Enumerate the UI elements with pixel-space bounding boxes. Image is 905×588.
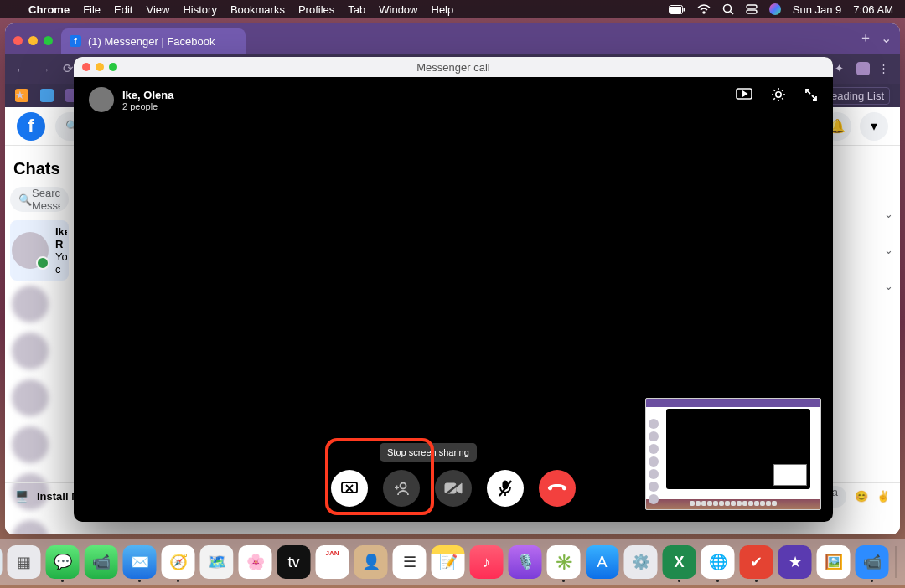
menu-bookmarks[interactable]: Bookmarks [230,3,285,16]
chrome-window: f (1) Messenger | Facebook ＋ ⌄ ← → ⟳ 🔒 f… [5,23,900,534]
dock-settings-icon[interactable]: ⚙️ [624,545,658,579]
window-zoom-icon[interactable] [109,63,117,71]
settings-button[interactable] [771,87,786,102]
new-tab-button[interactable]: ＋ [859,29,872,47]
toggle-mic-button[interactable] [487,470,524,507]
svg-point-3 [703,12,705,13]
chats-search-placeholder: Search Messenger [32,187,60,212]
dock-maps-icon[interactable]: 🗺️ [200,545,234,579]
menu-window[interactable]: Window [379,3,417,16]
tab-overview-button[interactable]: ⌄ [881,30,892,46]
dock-launchpad-icon[interactable]: ▦ [8,545,41,579]
stop-screenshare-button[interactable] [331,470,368,507]
account-menu-button[interactable]: ▾ [860,112,888,141]
dock-excel-icon[interactable]: X [663,545,696,579]
toggle-camera-button[interactable] [435,470,472,507]
menu-profiles[interactable]: Profiles [298,3,334,16]
chat-list-item[interactable] [10,328,69,374]
window-traffic-lights[interactable] [13,36,53,45]
dock-podcasts-icon[interactable]: 🎙️ [509,545,542,579]
call-window: Messenger call Ike, Olena 2 people Stop … [74,57,833,522]
window-close-icon[interactable] [13,36,23,45]
dock-contacts-icon[interactable]: 👤 [354,545,388,579]
dock-photos-icon[interactable]: 🌸 [239,545,272,579]
calendar-month-label: JAN [325,549,339,557]
facebook-favicon-icon: f [70,35,81,47]
menu-tab[interactable]: Tab [348,3,365,16]
dock-mail-icon[interactable]: ✉️ [123,545,157,579]
emoji-reaction-icon[interactable]: 😊 [855,490,868,503]
chat-list-item[interactable] [10,421,69,468]
menubar-date[interactable]: Sun Jan 9 [793,3,842,16]
search-icon: 🔍 [18,193,32,206]
menu-file[interactable]: File [83,3,101,16]
spotlight-icon[interactable] [722,3,734,15]
siri-icon[interactable] [769,3,781,15]
window-close-icon[interactable] [82,63,90,71]
window-minimize-icon[interactable] [96,63,104,71]
screenshare-preview[interactable] [645,398,821,510]
dock-preview-icon[interactable]: 🖼️ [817,545,851,579]
nav-back-button[interactable]: ← [13,62,28,76]
menu-edit[interactable]: Edit [114,3,132,16]
avatar [12,232,49,269]
chat-list-item[interactable] [10,281,69,328]
add-people-button[interactable] [383,470,420,507]
dock-notes-icon[interactable]: 📝 [432,545,465,579]
svg-point-12 [401,483,406,489]
window-minimize-icon[interactable] [28,36,38,45]
dock-finder-icon[interactable]: 🙂 [0,545,3,579]
chats-heading: Chats [13,159,65,178]
tab-strip: f (1) Messenger | Facebook ＋ ⌄ [5,23,900,54]
menubar-time[interactable]: 7:06 AM [853,3,893,16]
wifi-icon[interactable] [697,4,711,14]
window-zoom-icon[interactable] [44,36,53,45]
menubar-app-name[interactable]: Chrome [28,3,70,16]
svg-line-5 [730,12,733,15]
bookmark-item[interactable]: ★ [15,89,28,102]
extensions-puzzle-icon[interactable]: ✦ [835,62,848,75]
chat-list-item[interactable] [10,515,69,534]
facebook-logo-icon[interactable]: f [17,112,45,141]
right-panel-chevrons: ⌄ ⌄ ⌄ [884,208,893,292]
chat-list-item[interactable]: Ike R You c [10,220,69,281]
svg-rect-6 [747,5,757,8]
nav-forward-button[interactable]: → [37,62,52,76]
chrome-menu-button[interactable]: ⋮ [878,62,892,75]
dock-calendar-icon[interactable]: JAN 9 [316,545,349,579]
chat-preview: You c [55,250,67,276]
dock-facetime-icon[interactable]: 📹 [85,545,118,579]
chevron-down-icon[interactable]: ⌄ [884,244,893,256]
wave-reaction-icon[interactable]: ✌️ [877,490,890,503]
dock-messages-icon[interactable]: 💬 [46,545,80,579]
chevron-down-icon[interactable]: ⌄ [884,280,893,292]
dock-todoist-icon[interactable]: ✔︎ [740,545,773,579]
chevron-down-icon[interactable]: ⌄ [884,208,893,220]
dock-music-icon[interactable]: ♪ [470,545,504,579]
call-participants: Ike, Olena 2 people [89,87,173,112]
dock-imovie-icon[interactable]: ★ [778,545,812,579]
menu-history[interactable]: History [183,3,216,16]
bookmark-item[interactable] [40,89,54,102]
chats-search-input[interactable]: 🔍 Search Messenger [10,187,69,212]
dock-slack-icon[interactable]: ✳️ [547,545,581,579]
svg-point-4 [723,5,731,13]
control-center-icon[interactable] [746,4,758,14]
dock-chrome-icon[interactable]: 🌐 [701,545,735,579]
watch-together-button[interactable] [736,88,752,101]
dock-reminders-icon[interactable]: ☰ [393,545,427,579]
fullscreen-button[interactable] [804,88,818,101]
dock-appletv-icon[interactable]: tv [277,545,311,579]
menu-view[interactable]: View [146,3,169,16]
tooltip: Stop screen sharing [380,443,477,462]
chat-list-item[interactable] [10,374,69,421]
menu-help[interactable]: Help [432,3,454,16]
dock-zoom-icon[interactable]: 📹 [856,545,889,579]
dock-appstore-icon[interactable]: A [586,545,619,579]
call-titlebar[interactable]: Messenger call [74,57,833,77]
profile-avatar[interactable] [856,62,870,75]
browser-tab[interactable]: f (1) Messenger | Facebook [61,28,246,54]
end-call-button[interactable] [539,470,576,507]
dock-safari-icon[interactable]: 🧭 [162,545,195,579]
battery-icon[interactable] [669,5,685,14]
